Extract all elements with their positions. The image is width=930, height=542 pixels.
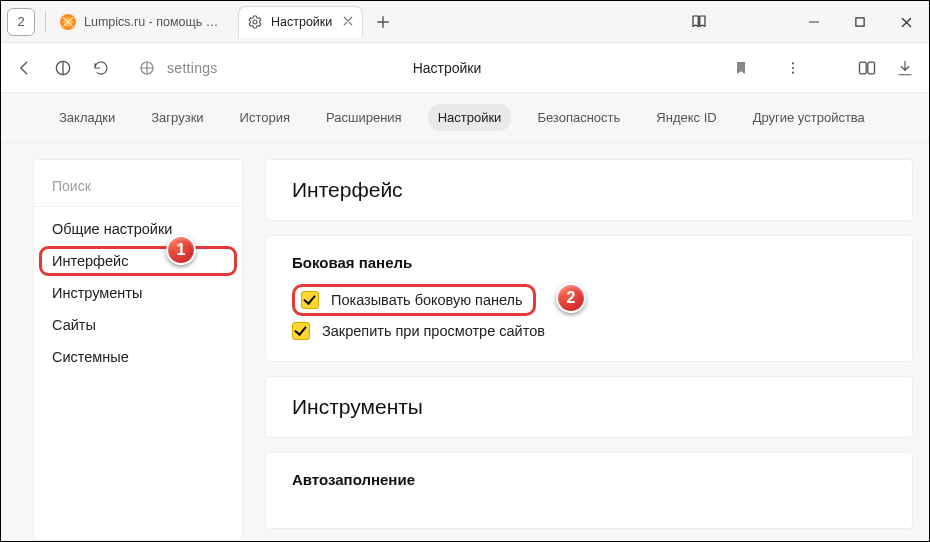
subnav-yandexid[interactable]: Яндекс ID — [646, 104, 726, 131]
svg-point-0 — [253, 20, 257, 24]
sidebar-search[interactable]: Поиск — [34, 170, 242, 207]
subnav-devices[interactable]: Другие устройства — [743, 104, 875, 131]
menu-kebab-icon[interactable] — [783, 58, 803, 78]
option-pin-side-panel[interactable]: Закрепить при просмотре сайтов — [292, 319, 886, 343]
protect-icon[interactable] — [53, 58, 73, 78]
tools-title: Инструменты — [292, 395, 886, 419]
autofill-title: Автозаполнение — [292, 471, 886, 488]
card-tools-title: Инструменты — [265, 376, 913, 438]
downloads-icon[interactable] — [895, 58, 915, 78]
tab-close-icon[interactable] — [342, 15, 354, 29]
checkbox-checked-icon[interactable] — [292, 322, 310, 340]
extensions-icon[interactable] — [857, 58, 877, 78]
tab-settings[interactable]: Настройки — [238, 6, 363, 38]
svg-rect-8 — [868, 62, 875, 74]
sidebar-item-tools[interactable]: Инструменты — [34, 277, 242, 309]
sidebar-item-system[interactable]: Системные — [34, 341, 242, 373]
checkbox-checked-icon[interactable] — [301, 291, 319, 309]
sidebar-item-general[interactable]: Общие настройки — [34, 213, 242, 245]
section-title: Интерфейс — [292, 178, 886, 202]
tab-count-button[interactable]: 2 — [7, 8, 35, 36]
close-button[interactable] — [883, 1, 929, 43]
maximize-button[interactable] — [837, 1, 883, 43]
tab-label: Lumpics.ru - помощь с ком — [84, 15, 224, 29]
card-interface-title: Интерфейс — [265, 159, 913, 221]
orange-icon — [60, 14, 76, 30]
settings-subnav: Закладки Загрузки История Расширения Нас… — [1, 93, 929, 143]
sidebar-search-placeholder: Поиск — [52, 178, 91, 194]
site-info-icon[interactable] — [137, 58, 157, 78]
address-bar[interactable]: settings Настройки — [129, 51, 765, 85]
titlebar: 2 Lumpics.ru - помощь с ком Настройки — [1, 1, 929, 43]
new-tab-button[interactable] — [371, 10, 395, 34]
subnav-history[interactable]: История — [230, 104, 300, 131]
sidebar-item-sites[interactable]: Сайты — [34, 309, 242, 341]
settings-main: Интерфейс Боковая панель Показывать боко… — [265, 159, 913, 541]
reload-button[interactable] — [91, 58, 111, 78]
option-label: Закрепить при просмотре сайтов — [322, 323, 545, 339]
subnav-bookmarks[interactable]: Закладки — [49, 104, 125, 131]
svg-rect-7 — [860, 62, 867, 74]
annotation-badge-2: 2 — [556, 283, 586, 313]
option-label: Показывать боковую панель — [331, 292, 523, 308]
card-side-panel: Боковая панель Показывать боковую панель… — [265, 235, 913, 362]
svg-point-4 — [792, 62, 794, 64]
sidebar-item-interface[interactable]: Интерфейс — [40, 247, 236, 275]
gear-icon — [247, 14, 263, 30]
svg-point-6 — [792, 71, 794, 73]
toolbar: settings Настройки — [1, 43, 929, 93]
reader-icon[interactable] — [679, 1, 719, 43]
url-text: settings — [167, 60, 218, 76]
annotation-badge-1: 1 — [166, 235, 196, 265]
content: Поиск Общие настройки Интерфейс Инструме… — [1, 143, 929, 541]
settings-sidebar: Поиск Общие настройки Интерфейс Инструме… — [33, 159, 243, 541]
svg-point-5 — [792, 66, 794, 68]
tab-label: Настройки — [271, 15, 332, 29]
svg-rect-1 — [856, 18, 864, 26]
address-page-title: Настройки — [413, 60, 482, 76]
subnav-settings[interactable]: Настройки — [428, 104, 512, 131]
option-show-side-panel[interactable]: Показывать боковую панель — [292, 284, 536, 316]
toolbar-right — [783, 58, 915, 78]
tab-separator — [45, 11, 46, 33]
subnav-downloads[interactable]: Загрузки — [141, 104, 213, 131]
card-autofill: Автозаполнение — [265, 452, 913, 529]
subnav-extensions[interactable]: Расширения — [316, 104, 412, 131]
back-button[interactable] — [15, 58, 35, 78]
window-controls — [791, 1, 929, 43]
bookmark-icon[interactable] — [731, 58, 751, 78]
minimize-button[interactable] — [791, 1, 837, 43]
tab-lumpics[interactable]: Lumpics.ru - помощь с ком — [52, 6, 232, 38]
side-panel-heading: Боковая панель — [292, 254, 886, 271]
subnav-security[interactable]: Безопасность — [527, 104, 630, 131]
